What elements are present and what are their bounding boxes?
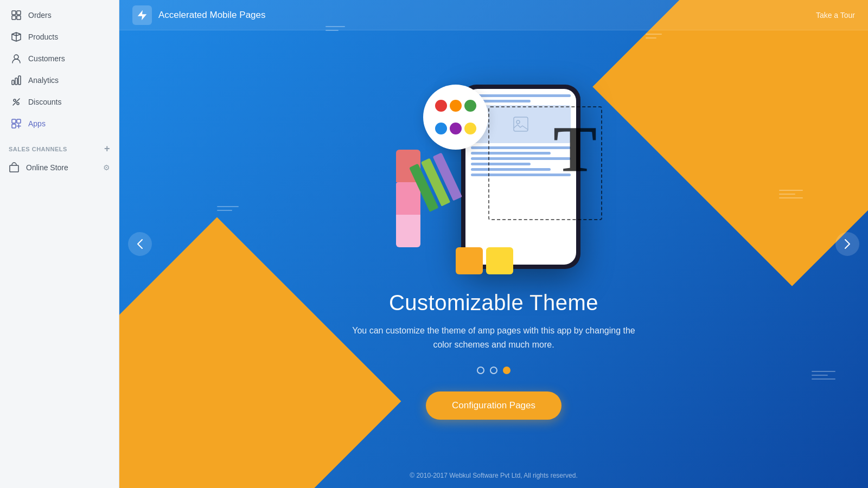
swatch-light-pink	[396, 215, 420, 247]
online-store-settings-icon[interactable]: ⚙	[103, 163, 110, 172]
online-store-icon	[9, 162, 20, 173]
dot-2[interactable]	[490, 367, 497, 374]
svg-point-8	[14, 99, 16, 101]
palette-circle	[423, 85, 488, 150]
footer: © 2010-2017 Webkul Software Pvt Ltd, All…	[119, 463, 868, 488]
add-sales-channel-icon[interactable]: +	[104, 143, 110, 155]
phone-home-button	[515, 254, 526, 265]
sidebar-item-apps-label: Apps	[28, 119, 46, 128]
app-title-container: Accelerated Mobile Pages	[132, 5, 266, 25]
online-store-label: Online Store	[26, 163, 68, 172]
sidebar-item-apps[interactable]: Apps	[2, 113, 117, 134]
sidebar-item-discounts[interactable]: Discounts	[2, 91, 117, 113]
svg-rect-11	[17, 119, 21, 123]
sidebar-item-online-store[interactable]: Online Store ⚙	[0, 158, 119, 177]
sidebar-item-analytics-label: Analytics	[28, 76, 59, 85]
svg-rect-3	[17, 16, 21, 20]
svg-rect-12	[12, 124, 16, 128]
sidebar-item-customers-label: Customers	[28, 54, 65, 63]
dots-indicator	[347, 367, 640, 374]
sales-channels-section: SALES CHANNELS +	[0, 134, 119, 158]
slide-content: Customizable Theme You can customize the…	[347, 291, 640, 420]
big-t-letter: T	[553, 117, 597, 182]
palette-dot-orange	[450, 100, 462, 112]
svg-point-9	[17, 102, 19, 105]
sidebar-item-analytics[interactable]: Analytics	[2, 69, 117, 91]
slide-description: You can customize the theme of amp pages…	[347, 324, 640, 351]
svg-rect-1	[17, 11, 21, 15]
svg-rect-7	[18, 76, 21, 85]
sales-channels-label: SALES CHANNELS	[9, 146, 67, 152]
configuration-pages-button[interactable]: Configuration Pages	[426, 391, 561, 420]
sidebar-item-customers[interactable]: Customers	[2, 48, 117, 69]
palette-dot-green	[464, 100, 476, 112]
dot-3[interactable]	[503, 367, 510, 374]
slide-title: Customizable Theme	[347, 291, 640, 315]
carousel-container: T Customizable Theme You can customize t…	[119, 30, 868, 463]
copyright-text: © 2010-2017 Webkul Software Pvt Ltd, All…	[410, 472, 577, 479]
app-title: Accelerated Mobile Pages	[158, 10, 266, 21]
apps-icon	[11, 118, 22, 129]
svg-point-4	[14, 55, 18, 59]
customers-icon	[11, 53, 22, 64]
palette-dot-blue	[435, 123, 447, 134]
svg-rect-0	[12, 11, 16, 15]
svg-rect-13	[10, 165, 18, 172]
take-tour-button[interactable]: Take a Tour	[816, 11, 855, 20]
app-icon	[132, 5, 152, 25]
dot-1[interactable]	[477, 367, 484, 374]
phone-content-line-1	[471, 94, 571, 97]
yellow-square-1	[456, 247, 483, 274]
swatch-pink	[396, 182, 420, 215]
palette-dot-yellow	[464, 123, 476, 134]
top-bar: Accelerated Mobile Pages Take a Tour	[119, 0, 868, 30]
sidebar-item-products[interactable]: Products	[2, 26, 117, 48]
yellow-squares	[456, 247, 513, 274]
yellow-square-2	[486, 247, 513, 274]
palette-dot-purple	[450, 123, 462, 134]
sidebar-item-orders-label: Orders	[28, 11, 52, 20]
next-arrow-button[interactable]	[835, 232, 859, 256]
prev-arrow-button[interactable]	[128, 232, 152, 256]
palette-dot-red	[435, 100, 447, 112]
sidebar: Orders Products Customers	[0, 0, 119, 488]
discounts-icon	[11, 97, 22, 107]
analytics-icon	[11, 75, 22, 86]
svg-rect-10	[12, 119, 16, 123]
products-icon	[11, 31, 22, 42]
svg-rect-5	[12, 80, 14, 85]
svg-rect-2	[12, 16, 16, 20]
sidebar-item-products-label: Products	[28, 33, 58, 41]
orders-icon	[11, 10, 22, 21]
svg-rect-6	[15, 78, 17, 85]
phone-illustration: T	[380, 74, 608, 280]
sidebar-item-discounts-label: Discounts	[28, 98, 61, 106]
sidebar-item-orders[interactable]: Orders	[2, 4, 117, 26]
main-content: Accelerated Mobile Pages Take a Tour	[119, 0, 868, 488]
